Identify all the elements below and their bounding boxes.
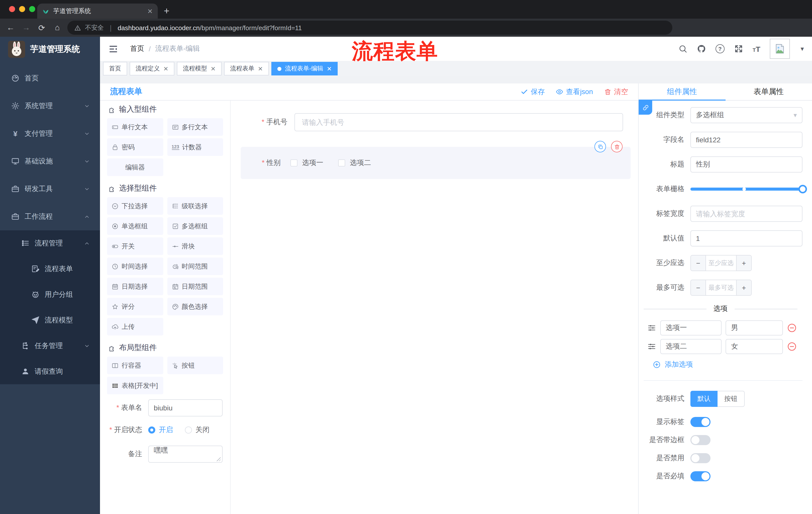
lib-item-row-container[interactable]: 行容器 (107, 357, 163, 374)
security-label[interactable]: 不安全 (85, 23, 104, 32)
lib-item-single-text[interactable]: 单行文本 (107, 118, 163, 136)
tab-component-props[interactable]: 组件属性 (639, 83, 725, 100)
add-option-button[interactable]: 添加选项 (639, 360, 803, 369)
lib-item-color-picker[interactable]: 颜色选择 (167, 298, 223, 315)
tab-form-props[interactable]: 表单属性 (725, 83, 812, 100)
sidebar-item-payment[interactable]: ¥ 支付管理 (0, 120, 100, 147)
tab-process-form[interactable]: 流程表单✕ (224, 62, 269, 76)
fullscreen-icon[interactable] (734, 44, 743, 53)
lib-item-date-range[interactable]: 日期范围 (167, 278, 223, 295)
disabled-toggle[interactable] (690, 453, 710, 463)
search-icon[interactable] (678, 44, 687, 53)
tab-process-model[interactable]: 流程模型✕ (177, 62, 222, 76)
sidebar-item-process-model[interactable]: 流程模型 (0, 307, 100, 333)
close-icon[interactable]: ✕ (210, 65, 215, 72)
lib-item-upload[interactable]: 上传 (107, 318, 163, 335)
sidebar-item-user-group[interactable]: 用户分组 (0, 282, 100, 307)
lib-item-password[interactable]: 密码 (107, 138, 163, 156)
lib-item-multi-text[interactable]: 多行文本 (167, 118, 223, 136)
save-button[interactable]: 保存 (521, 87, 545, 96)
form-name-input[interactable] (148, 399, 223, 416)
clear-button[interactable]: 清空 (604, 87, 628, 96)
sidebar-item-system[interactable]: 系统管理 (0, 92, 100, 120)
sidebar-item-task-mgmt[interactable]: 任务管理 (0, 333, 100, 359)
url-text[interactable]: dashboard.yudao.iocoder.cn/bpm/manager/f… (118, 24, 302, 31)
breadcrumb-home[interactable]: 首页 (130, 44, 144, 53)
lib-item-time-picker[interactable]: 时间选择 (107, 258, 163, 275)
plus-button[interactable]: + (736, 280, 751, 295)
forward-icon[interactable]: → (21, 23, 31, 32)
help-icon[interactable]: ? (716, 44, 725, 53)
minus-button[interactable]: − (691, 255, 706, 271)
reload-icon[interactable]: ⟳ (37, 23, 47, 32)
remark-textarea[interactable]: 嘿嘿 (148, 445, 223, 463)
avatar-caret-icon[interactable]: ▼ (800, 46, 805, 52)
sidebar-item-infra[interactable]: 基础设施 (0, 147, 100, 175)
remove-option-button[interactable] (787, 323, 797, 333)
url-bar[interactable]: 不安全 | dashboard.yudao.iocoder.cn/bpm/man… (67, 21, 672, 35)
min-select-placeholder[interactable]: 至少应选 (706, 255, 736, 271)
font-size-icon[interactable]: TT (753, 45, 760, 53)
slider-handle[interactable] (799, 185, 807, 193)
gender-option-2-checkbox[interactable]: 选项二 (339, 158, 371, 167)
lib-item-rate[interactable]: 评分 (107, 298, 163, 315)
sidebar-item-home[interactable]: 首页 (0, 64, 100, 92)
lib-item-slider[interactable]: 滑块 (167, 237, 223, 255)
close-icon[interactable]: ✕ (327, 65, 331, 72)
selected-component-gender[interactable]: 性别 选项一 选项二 (241, 147, 631, 179)
avatar[interactable] (770, 39, 790, 59)
option-value-input[interactable] (726, 320, 783, 335)
status-on-radio[interactable]: 开启 (148, 426, 173, 435)
close-icon[interactable]: ✕ (258, 65, 263, 72)
drag-handle-icon[interactable] (647, 342, 656, 351)
lib-item-select[interactable]: 下拉选择 (107, 197, 163, 215)
lib-item-date-picker[interactable]: 日期选择 (107, 278, 163, 295)
link-tag[interactable] (639, 101, 652, 115)
form-grid-slider[interactable] (690, 188, 803, 191)
tab-home[interactable]: 首页 (103, 62, 127, 76)
lib-item-counter[interactable]: 123计数器 (167, 138, 223, 156)
maximize-window-button[interactable] (29, 6, 35, 12)
required-toggle[interactable] (690, 471, 710, 481)
lib-item-editor[interactable]: 编辑器 (107, 158, 163, 176)
style-default-button[interactable]: 默认 (690, 391, 718, 407)
delete-component-button[interactable] (611, 141, 622, 153)
tab-process-definition[interactable]: 流程定义✕ (129, 62, 174, 76)
lib-item-cascade[interactable]: 级联选择 (167, 197, 223, 215)
lib-item-radio-group[interactable]: 单选框组 (107, 217, 163, 235)
option-label-input[interactable] (660, 339, 722, 354)
browser-tab[interactable]: 芋道管理系统 ✕ (37, 3, 158, 19)
lib-item-checkbox-group[interactable]: 多选框组 (167, 217, 223, 235)
option-label-input[interactable] (660, 320, 722, 335)
lib-item-button[interactable]: 按钮 (167, 357, 223, 374)
tab-process-form-edit[interactable]: 流程表单-编辑✕ (271, 62, 338, 76)
sidebar-item-process-mgmt[interactable]: 流程管理 (0, 231, 100, 256)
sidebar-item-workflow[interactable]: 工作流程 (0, 203, 100, 231)
plus-button[interactable]: + (736, 255, 751, 271)
phone-input[interactable] (294, 113, 623, 131)
field-name-input[interactable] (690, 132, 803, 148)
lib-item-switch[interactable]: 开关 (107, 237, 163, 255)
gender-option-1-checkbox[interactable]: 选项一 (291, 158, 323, 167)
lib-item-time-range[interactable]: 时间范围 (167, 258, 223, 275)
max-select-placeholder[interactable]: 最多可选 (706, 280, 736, 295)
back-icon[interactable]: ← (5, 23, 16, 32)
drag-handle-icon[interactable] (647, 323, 656, 332)
option-value-input[interactable] (726, 339, 783, 354)
sidebar-item-leave-query[interactable]: 请假查询 (0, 359, 100, 384)
home-icon[interactable]: ⌂ (52, 23, 62, 32)
view-json-button[interactable]: 查看json (556, 87, 593, 96)
macos-traffic-lights[interactable] (9, 6, 35, 12)
sidebar-item-devtools[interactable]: 研发工具 (0, 175, 100, 203)
sidebar-item-process-form[interactable]: 流程表单 (0, 256, 100, 282)
github-icon[interactable] (697, 44, 706, 53)
close-tab-icon[interactable]: ✕ (147, 7, 153, 15)
border-toggle[interactable] (690, 435, 710, 445)
close-window-button[interactable] (9, 6, 15, 12)
show-label-toggle[interactable] (690, 417, 710, 427)
new-tab-button[interactable]: + (164, 3, 169, 19)
minimize-window-button[interactable] (19, 6, 25, 12)
copy-component-button[interactable] (594, 141, 606, 153)
style-button-button[interactable]: 按钮 (718, 391, 745, 407)
title-input[interactable] (690, 156, 803, 172)
